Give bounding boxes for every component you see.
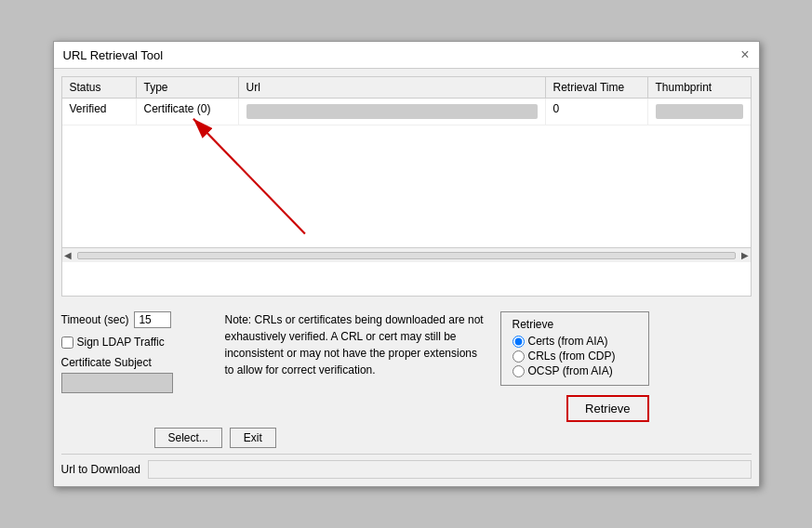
left-controls: Timeout (sec) Sign LDAP Traffic Certific… <box>61 311 210 393</box>
close-button[interactable]: × <box>740 47 749 62</box>
timeout-input[interactable] <box>134 311 171 328</box>
svg-line-1 <box>193 119 304 234</box>
url-download-label: Url to Download <box>61 463 140 476</box>
radio-ocsp-label: OCSP (from AIA) <box>528 364 613 377</box>
thumbprint-placeholder <box>656 104 743 119</box>
retrieve-group: Retrieve Certs (from AIA) CRLs (from CDP… <box>500 311 649 386</box>
table-body: Verified Certificate (0) 0 <box>62 99 751 247</box>
radio-certs: Certs (from AIA) <box>512 335 637 348</box>
sign-ldap-row: Sign LDAP Traffic <box>61 336 210 349</box>
cert-subject-area: Certificate Subject <box>61 356 210 393</box>
url-placeholder <box>246 104 538 119</box>
cell-status: Verified <box>62 99 137 125</box>
cell-retrieval-time: 0 <box>546 99 648 125</box>
right-controls: Retrieve Certs (from AIA) CRLs (from CDP… <box>500 311 649 422</box>
cert-subject-label: Certificate Subject <box>61 356 210 369</box>
dialog-title: URL Retrieval Tool <box>63 48 164 62</box>
col-type: Type <box>137 77 239 98</box>
radio-ocsp-input[interactable] <box>512 365 525 377</box>
scroll-left-arrow[interactable]: ◀ <box>64 250 72 260</box>
cell-thumbprint <box>648 99 751 125</box>
retrieve-button[interactable]: Retrieve <box>566 395 648 422</box>
action-buttons-row: Select... Exit <box>61 428 752 448</box>
dialog: URL Retrieval Tool × Status Type Url Ret… <box>53 41 760 487</box>
radio-crls-input[interactable] <box>512 350 525 363</box>
scrollbar-area[interactable]: ◀ ▶ <box>62 247 751 262</box>
cell-type: Certificate (0) <box>137 99 239 125</box>
bottom-area: Timeout (sec) Sign LDAP Traffic Certific… <box>54 304 759 486</box>
url-download-row: Url to Download <box>61 454 752 479</box>
sign-ldap-label: Sign LDAP Traffic <box>77 336 165 349</box>
url-download-input[interactable] <box>148 460 752 479</box>
select-button[interactable]: Select... <box>154 428 222 448</box>
cert-subject-row <box>61 373 210 393</box>
timeout-label: Timeout (sec) <box>61 313 129 326</box>
scrollbar-track[interactable] <box>77 252 736 259</box>
table-area: Status Type Url Retrieval Time Thumbprin… <box>61 76 752 297</box>
scroll-right-arrow[interactable]: ▶ <box>741 250 749 260</box>
retrieve-group-label: Retrieve <box>512 318 637 331</box>
retrieve-bottom: Retrieve <box>500 391 649 422</box>
radio-crls: CRLs (from CDP) <box>512 350 637 363</box>
table-row: Verified Certificate (0) 0 <box>62 99 751 125</box>
bottom-row1: Timeout (sec) Sign LDAP Traffic Certific… <box>61 311 752 422</box>
note-text: Note: CRLs or certificates being downloa… <box>225 311 486 378</box>
col-retrieval-time: Retrieval Time <box>546 77 648 98</box>
radio-ocsp: OCSP (from AIA) <box>512 364 637 377</box>
title-bar: URL Retrieval Tool × <box>54 42 759 69</box>
col-status: Status <box>62 77 137 98</box>
timeout-row: Timeout (sec) <box>61 311 210 328</box>
radio-certs-input[interactable] <box>512 336 525 348</box>
table-header: Status Type Url Retrieval Time Thumbprin… <box>62 77 751 99</box>
col-thumbprint: Thumbprint <box>648 77 751 98</box>
cell-url <box>239 99 546 125</box>
sign-ldap-checkbox[interactable] <box>61 337 73 349</box>
cert-subject-input[interactable] <box>61 373 173 393</box>
col-url: Url <box>239 77 546 98</box>
exit-button[interactable]: Exit <box>230 428 276 448</box>
radio-crls-label: CRLs (from CDP) <box>528 350 616 363</box>
radio-certs-label: Certs (from AIA) <box>528 335 608 348</box>
